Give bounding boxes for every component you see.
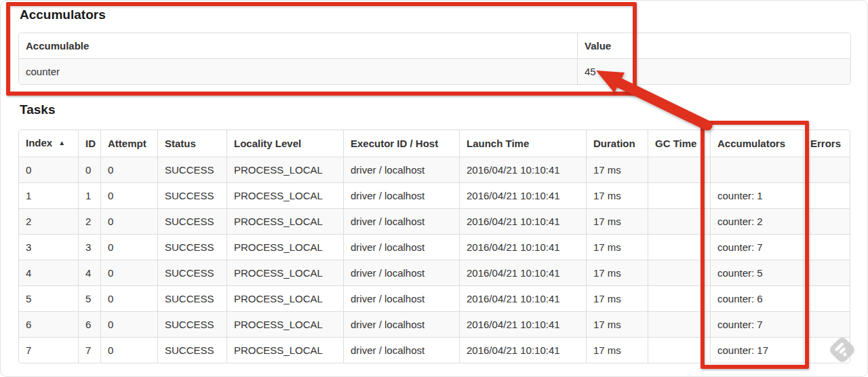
cell-accumulators: counter: 17: [710, 337, 803, 363]
cell-gc_time: [648, 208, 710, 234]
cell-duration: 17 ms: [586, 285, 648, 311]
cell-attempt: 0: [100, 182, 157, 208]
cell-gc_time: [648, 234, 710, 260]
cell-launch_time: 2016/04/21 10:10:41: [459, 182, 586, 208]
table-row: 000SUCCESSPROCESS_LOCALdriver / localhos…: [19, 157, 850, 182]
cell-launch_time: 2016/04/21 10:10:41: [459, 234, 586, 260]
cell-gc_time: [648, 260, 710, 285]
column-header-duration[interactable]: Duration: [586, 130, 648, 157]
cell-id: 2: [78, 208, 100, 234]
cell-launch_time: 2016/04/21 10:10:41: [459, 285, 586, 311]
cell-id: 5: [78, 285, 100, 311]
cell-locality: PROCESS_LOCAL: [226, 260, 343, 285]
cell-gc_time: [648, 157, 710, 182]
cell-attempt: 0: [100, 208, 157, 234]
cell-locality: PROCESS_LOCAL: [226, 182, 343, 208]
cell-accumulators: [710, 157, 803, 182]
column-header-value: Value: [577, 33, 850, 58]
cell-executor: driver / localhost: [343, 157, 459, 182]
cell-duration: 17 ms: [586, 234, 648, 260]
cell-accumulators: counter: 7: [710, 311, 803, 337]
accumulators-section-title: Accumulators: [20, 7, 106, 22]
cell-executor: driver / localhost: [343, 234, 459, 260]
cell-id: 0: [78, 157, 100, 182]
sort-ascending-icon: ▲: [58, 139, 65, 146]
cell-status: SUCCESS: [157, 208, 226, 234]
table-row: 330SUCCESSPROCESS_LOCALdriver / localhos…: [19, 234, 850, 260]
cell-attempt: 0: [100, 157, 157, 182]
cell-status: SUCCESS: [157, 182, 226, 208]
column-header-launch-time[interactable]: Launch Time: [459, 130, 586, 157]
cell-id: 6: [78, 311, 100, 337]
cell-gc_time: [648, 182, 710, 208]
cell-executor: driver / localhost: [343, 208, 459, 234]
tasks-table-header-row: Index▲IDAttemptStatusLocality LevelExecu…: [19, 130, 850, 157]
cell-gc_time: [648, 337, 710, 363]
cell-status: SUCCESS: [157, 157, 226, 182]
column-header-accumulators[interactable]: Accumulators: [710, 130, 803, 157]
cell-errors: [803, 285, 850, 311]
cell-locality: PROCESS_LOCAL: [226, 208, 343, 234]
cell-index: 3: [19, 234, 78, 260]
cell-accumulable: counter: [19, 58, 577, 84]
cell-duration: 17 ms: [586, 157, 648, 182]
cell-value: 45: [577, 58, 850, 84]
table-row: 220SUCCESSPROCESS_LOCALdriver / localhos…: [19, 208, 850, 234]
cell-status: SUCCESS: [157, 337, 226, 363]
cell-index: 5: [19, 285, 78, 311]
accumulators-table: AccumulableValue counter45: [18, 33, 851, 85]
cell-accumulators: counter: 7: [710, 234, 803, 260]
cell-accumulators: counter: 6: [710, 285, 803, 311]
cell-attempt: 0: [100, 234, 157, 260]
cell-errors: [803, 157, 850, 182]
cell-id: 4: [78, 260, 100, 285]
column-header-attempt[interactable]: Attempt: [100, 130, 157, 157]
cell-duration: 17 ms: [586, 208, 648, 234]
cell-locality: PROCESS_LOCAL: [226, 337, 343, 363]
cell-attempt: 0: [100, 311, 157, 337]
cell-gc_time: [648, 311, 710, 337]
cell-launch_time: 2016/04/21 10:10:41: [459, 260, 586, 285]
cell-status: SUCCESS: [157, 285, 226, 311]
column-header-executor-id-host[interactable]: Executor ID / Host: [343, 130, 459, 157]
cell-attempt: 0: [100, 285, 157, 311]
cell-index: 6: [19, 311, 78, 337]
cell-index: 1: [19, 182, 78, 208]
cell-id: 3: [78, 234, 100, 260]
column-header-locality-level[interactable]: Locality Level: [226, 130, 343, 157]
cell-launch_time: 2016/04/21 10:10:41: [459, 337, 586, 363]
cell-index: 7: [19, 337, 78, 363]
cell-locality: PROCESS_LOCAL: [226, 157, 343, 182]
cell-index: 4: [19, 260, 78, 285]
column-header-gc-time[interactable]: GC Time: [648, 130, 710, 157]
cell-executor: driver / localhost: [343, 260, 459, 285]
cell-errors: [803, 182, 850, 208]
cell-executor: driver / localhost: [343, 337, 459, 363]
tasks-section-title: Tasks: [20, 102, 55, 117]
cell-status: SUCCESS: [157, 311, 226, 337]
column-header-errors[interactable]: Errors: [803, 130, 850, 157]
cell-locality: PROCESS_LOCAL: [226, 311, 343, 337]
cell-status: SUCCESS: [157, 234, 226, 260]
cell-errors: [803, 311, 850, 337]
table-row: 660SUCCESSPROCESS_LOCALdriver / localhos…: [19, 311, 850, 337]
accumulators-table-header-row: AccumulableValue: [19, 33, 850, 58]
tasks-table-body: 000SUCCESSPROCESS_LOCALdriver / localhos…: [19, 157, 850, 363]
cell-accumulators: counter: 5: [710, 260, 803, 285]
column-header-index[interactable]: Index▲: [19, 130, 78, 157]
cell-attempt: 0: [100, 337, 157, 363]
cell-duration: 17 ms: [586, 182, 648, 208]
table-row: 770SUCCESSPROCESS_LOCALdriver / localhos…: [19, 337, 850, 363]
cell-locality: PROCESS_LOCAL: [226, 285, 343, 311]
cell-id: 1: [78, 182, 100, 208]
skitch-watermark-icon: [827, 334, 858, 365]
cell-index: 0: [19, 157, 78, 182]
cell-id: 7: [78, 337, 100, 363]
column-header-status[interactable]: Status: [157, 130, 226, 157]
cell-launch_time: 2016/04/21 10:10:41: [459, 311, 586, 337]
cell-errors: [803, 234, 850, 260]
table-row: 550SUCCESSPROCESS_LOCALdriver / localhos…: [19, 285, 850, 311]
cell-duration: 17 ms: [586, 311, 648, 337]
column-header-id[interactable]: ID: [78, 130, 100, 157]
cell-index: 2: [19, 208, 78, 234]
